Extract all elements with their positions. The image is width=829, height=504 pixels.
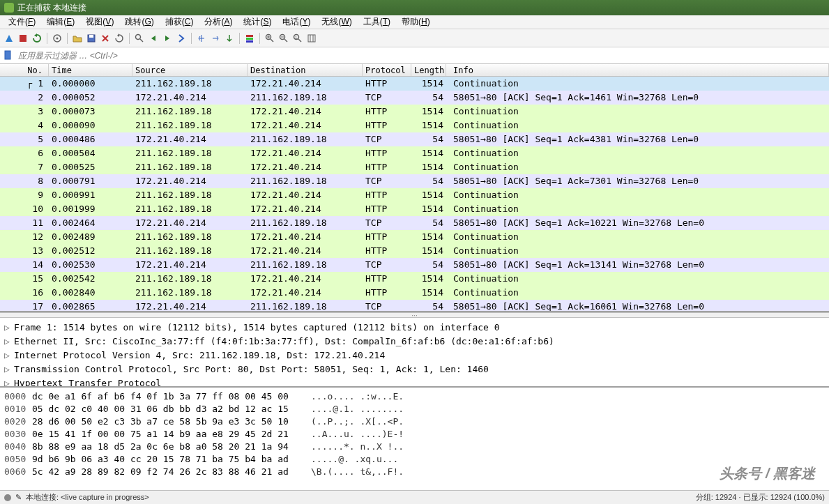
column-header-no[interactable]: No.: [0, 64, 49, 76]
column-header-length[interactable]: Length: [411, 64, 446, 76]
menu-item-1[interactable]: 编辑(E): [41, 15, 80, 29]
bookmark-icon[interactable]: [3, 50, 14, 61]
expert-info-icon[interactable]: [4, 494, 11, 501]
column-header-protocol[interactable]: Protocol: [363, 64, 411, 76]
shark-fin-icon[interactable]: [3, 32, 15, 45]
go-last-icon[interactable]: [209, 32, 222, 45]
tree-toggle-icon[interactable]: ▷: [4, 321, 11, 335]
separator: [129, 33, 130, 44]
packet-row[interactable]: 160.002840211.162.189.18172.21.40.214HTT…: [0, 286, 829, 300]
separator: [67, 33, 68, 44]
tree-toggle-icon[interactable]: ▷: [4, 335, 11, 349]
packet-row[interactable]: 40.000090211.162.189.18172.21.40.214HTTP…: [0, 119, 829, 132]
cell-length: 1514: [411, 160, 446, 174]
close-file-icon[interactable]: [99, 32, 112, 45]
detail-tree-item[interactable]: ▷Frame 1: 1514 bytes on wire (12112 bits…: [4, 321, 825, 335]
hex-row[interactable]: 002028 d6 00 50 e2 c3 3b a7 ce 58 5b 9a …: [4, 415, 825, 428]
go-forward-icon[interactable]: [161, 32, 174, 45]
menu-item-8[interactable]: 无线(W): [316, 15, 357, 29]
packet-list[interactable]: ┌ 10.000000211.162.189.18172.21.40.214HT…: [0, 77, 829, 312]
tree-toggle-icon[interactable]: ▷: [4, 376, 11, 388]
detail-tree-item[interactable]: ▷Transmission Control Protocol, Src Port…: [4, 362, 825, 376]
display-filter-input[interactable]: [17, 49, 829, 62]
packet-row[interactable]: 100.001999211.162.189.18172.21.40.214HTT…: [0, 202, 829, 216]
column-header-source[interactable]: Source: [132, 64, 248, 76]
restart-capture-icon[interactable]: [31, 32, 43, 45]
detail-tree-item[interactable]: ▷Hypertext Transfer Protocol: [4, 376, 825, 388]
menu-item-3[interactable]: 跳转(G): [119, 15, 159, 29]
menu-item-0[interactable]: 文件(F): [3, 15, 41, 29]
cell-info: Continuation: [446, 119, 829, 132]
save-file-icon[interactable]: [85, 32, 98, 45]
hex-row[interactable]: 00605c 42 a9 28 89 82 09 f2 74 26 2c 83 …: [4, 466, 825, 478]
packet-row[interactable]: 70.000525211.162.189.18172.21.40.214HTTP…: [0, 160, 829, 174]
menu-item-7[interactable]: 电话(Y): [277, 15, 316, 29]
zoom-reset-icon[interactable]: 1: [291, 32, 304, 45]
resize-columns-icon[interactable]: [305, 32, 318, 45]
cell-destination: 172.21.40.214: [248, 286, 363, 300]
cell-info: 58051→80 [ACK] Seq=1 Ack=10221 Win=32768…: [446, 216, 829, 230]
stop-capture-icon[interactable]: [17, 32, 29, 45]
cell-info: Continuation: [446, 105, 829, 119]
menu-item-10[interactable]: 帮助(H): [396, 15, 436, 29]
cell-info: Continuation: [446, 188, 829, 202]
find-icon[interactable]: [133, 32, 146, 45]
packet-row[interactable]: 110.002464172.21.40.214211.162.189.18TCP…: [0, 216, 829, 230]
column-header-time[interactable]: Time: [49, 64, 132, 76]
hex-row[interactable]: 00408b 88 e9 aa 18 d5 2a 0c 6e b8 a0 58 …: [4, 441, 825, 453]
packet-row[interactable]: 120.002489211.162.189.18172.21.40.214HTT…: [0, 230, 829, 244]
packet-row[interactable]: 20.000052172.21.40.214211.162.189.18TCP5…: [0, 91, 829, 105]
packet-row[interactable]: ┌ 10.000000211.162.189.18172.21.40.214HT…: [0, 77, 829, 91]
auto-scroll-icon[interactable]: [223, 32, 236, 45]
zoom-out-icon[interactable]: [277, 32, 290, 45]
menu-item-4[interactable]: 捕获(C): [160, 15, 199, 29]
cell-no: 13: [0, 244, 49, 258]
packet-row[interactable]: 150.002542211.162.189.18172.21.40.214HTT…: [0, 272, 829, 286]
svg-point-5: [136, 34, 141, 39]
go-to-icon[interactable]: [175, 32, 188, 45]
hex-row[interactable]: 00509d b6 9b 06 a3 40 cc 20 15 78 71 ba …: [4, 453, 825, 466]
go-first-icon[interactable]: [195, 32, 208, 45]
cell-protocol: HTTP: [363, 160, 411, 174]
column-header-destination[interactable]: Destination: [248, 64, 363, 76]
go-back-icon[interactable]: [147, 32, 160, 45]
menu-item-6[interactable]: 统计(S): [238, 15, 277, 29]
packet-row[interactable]: 80.000791172.21.40.214211.162.189.18TCP5…: [0, 174, 829, 188]
packet-bytes-pane[interactable]: 0000dc 0e a1 6f af b6 f4 0f 1b 3a 77 ff …: [0, 388, 829, 490]
tree-toggle-icon[interactable]: ▷: [4, 349, 11, 362]
packet-row[interactable]: 140.002530172.21.40.214211.162.189.18TCP…: [0, 258, 829, 272]
packet-details-pane[interactable]: ▷Frame 1: 1514 bytes on wire (12112 bits…: [0, 318, 829, 388]
tree-toggle-icon[interactable]: ▷: [4, 362, 11, 376]
open-file-icon[interactable]: [71, 32, 84, 45]
column-header-info[interactable]: Info: [446, 64, 829, 76]
menu-item-9[interactable]: 工具(T): [358, 15, 396, 29]
detail-tree-item[interactable]: ▷Ethernet II, Src: CiscoInc_3a:77:ff (f4…: [4, 335, 825, 349]
capture-options-icon[interactable]: [51, 32, 63, 45]
capture-tool-icon[interactable]: ✎: [15, 493, 22, 502]
colorize-icon[interactable]: [243, 32, 256, 45]
svg-rect-0: [20, 35, 26, 42]
packet-row[interactable]: 60.000504211.162.189.18172.21.40.214HTTP…: [0, 146, 829, 160]
hex-ascii: ...o.... .:w...E.: [311, 390, 404, 403]
menu-item-2[interactable]: 视图(V): [80, 15, 119, 29]
hex-row[interactable]: 0000dc 0e a1 6f af b6 f4 0f 1b 3a 77 ff …: [4, 390, 825, 403]
zoom-in-icon[interactable]: [264, 32, 276, 45]
packet-row[interactable]: 50.000486172.21.40.214211.162.189.18TCP5…: [0, 132, 829, 146]
reload-icon[interactable]: [113, 32, 126, 45]
packet-row[interactable]: 130.002512211.162.189.18172.21.40.214HTT…: [0, 244, 829, 258]
packet-row[interactable]: 170.002865172.21.40.214211.162.189.18TCP…: [0, 300, 829, 312]
cell-protocol: TCP: [363, 174, 411, 188]
menu-item-5[interactable]: 分析(A): [199, 15, 238, 29]
packet-row[interactable]: 30.000073211.162.189.18172.21.40.214HTTP…: [0, 105, 829, 119]
cell-no: 15: [0, 272, 49, 286]
cell-time: 0.000000: [49, 77, 132, 91]
detail-tree-item[interactable]: ▷Internet Protocol Version 4, Src: 211.1…: [4, 349, 825, 362]
packet-row[interactable]: 90.000991211.162.189.18172.21.40.214HTTP…: [0, 188, 829, 202]
cell-protocol: HTTP: [363, 188, 411, 202]
pane-splitter[interactable]: ···: [0, 312, 829, 318]
hex-row[interactable]: 001005 dc 02 c0 40 00 31 06 db bb d3 a2 …: [4, 403, 825, 415]
cell-protocol: HTTP: [363, 119, 411, 132]
cell-source: 172.21.40.214: [132, 216, 248, 230]
hex-row[interactable]: 00300e 15 41 1f 00 00 75 a1 14 b9 aa e8 …: [4, 428, 825, 441]
cell-info: Continuation: [446, 77, 829, 91]
